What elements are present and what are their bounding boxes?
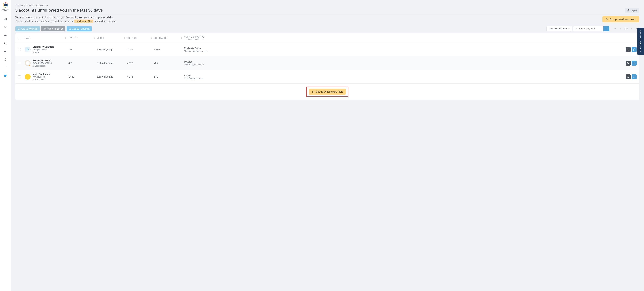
- activity-value: Active: [184, 74, 205, 77]
- row-blacklist-button[interactable]: [626, 47, 630, 52]
- page-first-button[interactable]: [613, 26, 618, 31]
- filter-options-tab[interactable]: FILTER OPTIONS: [637, 28, 644, 55]
- users-icon: [4, 66, 7, 69]
- link-icon: [633, 48, 635, 51]
- setup-alert-button-bottom[interactable]: Set up Unfollowers Alert: [309, 89, 346, 95]
- nav-item-dashboard[interactable]: [2, 16, 9, 23]
- add-whitelist-button[interactable]: Add to Whitelist: [16, 26, 40, 31]
- svg-rect-18: [4, 51, 5, 52]
- row-link-button[interactable]: [632, 74, 636, 79]
- user-handle: @mobybook: [32, 76, 50, 78]
- svg-line-10: [4, 27, 5, 27]
- add-twitterlist-button[interactable]: Add to Twitterlist: [66, 26, 92, 31]
- search-input[interactable]: [573, 26, 604, 31]
- svg-marker-43: [124, 37, 125, 38]
- activity-sub: Low Engagement user: [184, 64, 204, 66]
- sidebar: TWITTER TOOL: [0, 0, 11, 104]
- row-link-button[interactable]: [632, 61, 636, 66]
- highlight-box: Set up Unfollowers Alert: [306, 87, 348, 97]
- checkbox-row[interactable]: [18, 62, 21, 65]
- nav-item-analytics[interactable]: [2, 48, 9, 55]
- svg-line-29: [44, 28, 45, 29]
- svg-marker-40: [65, 38, 66, 39]
- tweets-value: 356: [68, 62, 72, 65]
- friends-value: 4.328: [127, 62, 133, 65]
- sort-tweets[interactable]: [94, 37, 95, 39]
- search-icon: [4, 42, 7, 45]
- tweets-value: 1.559: [68, 75, 74, 78]
- add-blacklist-button[interactable]: Add to Blacklist: [41, 26, 65, 31]
- arrow-right-icon: [606, 28, 608, 30]
- svg-line-12: [4, 27, 5, 28]
- breadcrumb-root[interactable]: Followers: [16, 4, 25, 7]
- svg-line-35: [576, 29, 577, 30]
- col-followers-header: FOLLOWERS: [154, 37, 167, 39]
- followers-value: 1.150: [154, 48, 160, 51]
- breadcrumb: Followers › Who unfollowed me: [16, 4, 639, 7]
- chevron-left-icon: [620, 28, 622, 30]
- svg-point-0: [4, 4, 7, 6]
- brand-logo[interactable]: TWITTER TOOL: [0, 2, 10, 12]
- tweets-value: 343: [68, 48, 72, 51]
- twitter-icon: [4, 74, 7, 77]
- svg-rect-2: [6, 18, 6, 19]
- nav-item-users[interactable]: [2, 64, 9, 71]
- checkbox-row[interactable]: [18, 75, 21, 78]
- svg-marker-41: [94, 37, 95, 38]
- sort-name[interactable]: [65, 37, 66, 39]
- svg-line-13: [5, 27, 6, 28]
- chevron-right-icon: [630, 28, 632, 30]
- user-name: MobyBook.com: [32, 73, 50, 75]
- user-location: India: [32, 51, 54, 54]
- status-dot: [29, 65, 30, 66]
- ban-icon: [627, 62, 629, 64]
- export-icon: [627, 9, 630, 12]
- trash-icon: [4, 58, 7, 61]
- page-prev-button[interactable]: [618, 26, 623, 31]
- list-icon: [69, 28, 71, 30]
- location-icon: [32, 65, 34, 67]
- checkbox-row[interactable]: [18, 48, 21, 51]
- svg-point-16: [4, 42, 6, 44]
- breadcrumb-separator: ›: [26, 4, 27, 7]
- col-name-header: NAME: [25, 37, 31, 39]
- search-icon: [575, 28, 577, 30]
- svg-rect-1: [4, 18, 5, 19]
- joined-value: 1.383 days ago: [97, 48, 113, 51]
- page-next-button[interactable]: [629, 26, 634, 31]
- row-link-button[interactable]: [632, 47, 636, 52]
- svg-marker-47: [181, 37, 182, 38]
- svg-point-34: [576, 28, 577, 29]
- setup-alert-button-top[interactable]: Set up Unfollowers Alert: [602, 16, 639, 22]
- chevron-down-icon: [568, 28, 570, 30]
- activity-value: Inactive: [184, 61, 204, 63]
- export-button[interactable]: Export: [625, 8, 639, 13]
- nav-item-target[interactable]: [2, 32, 9, 39]
- svg-point-58: [312, 91, 314, 93]
- checkbox-all[interactable]: [18, 37, 21, 40]
- nav-item-twitter[interactable]: [2, 72, 9, 79]
- target-icon: [4, 34, 7, 37]
- info-subline: Check back daily to see who's unfollowed…: [16, 20, 116, 23]
- table-row: MobyBook.com @mobybook Surat, India 1.55…: [16, 70, 639, 83]
- ban-icon: [627, 48, 629, 51]
- link-icon: [633, 76, 635, 78]
- user-name: Jeunesse Global: [32, 59, 52, 62]
- nav-item-network[interactable]: [2, 24, 9, 31]
- filter-tab-label: FILTER OPTIONS: [640, 30, 642, 49]
- sort-followers[interactable]: [180, 37, 182, 39]
- page-info: 1/ 1: [624, 27, 628, 30]
- row-blacklist-button[interactable]: [626, 61, 630, 66]
- row-blacklist-button[interactable]: [626, 74, 630, 79]
- nav-item-search[interactable]: [2, 40, 9, 47]
- shield-check-icon: [18, 28, 20, 30]
- sort-joined[interactable]: [124, 37, 125, 39]
- nav-item-trash[interactable]: [2, 56, 9, 63]
- col-tweets-header: TWEETS: [68, 37, 77, 39]
- sort-friends[interactable]: [150, 37, 152, 39]
- table-header: NAME TWEETS JOINED FRIENDS FOLLOWERS ACT…: [16, 33, 639, 43]
- pagination: 1/ 1: [613, 26, 639, 31]
- inline-unfollowers-link[interactable]: Unfollowers Alert: [74, 20, 93, 23]
- date-frame-select[interactable]: Select Date Frame: [546, 26, 572, 31]
- search-submit-button[interactable]: [604, 26, 610, 31]
